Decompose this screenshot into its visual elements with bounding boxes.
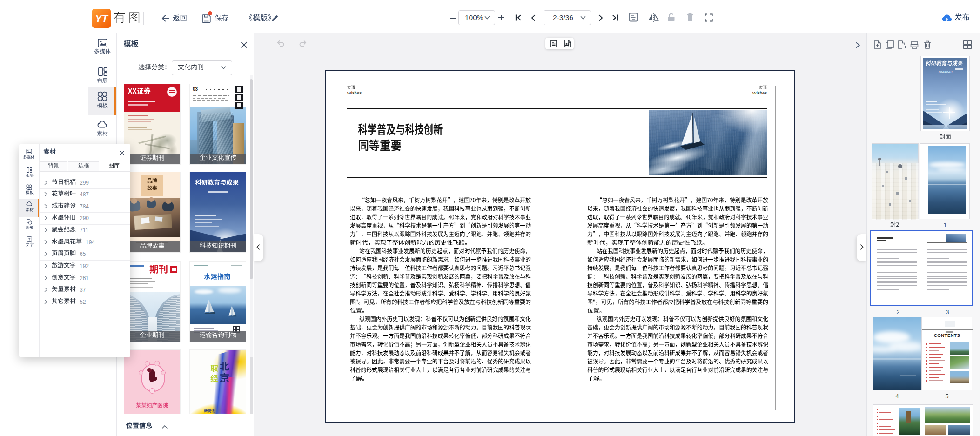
svg-text:Wishes: Wishes [752, 90, 767, 95]
svg-text:Wishes: Wishes [347, 90, 362, 95]
